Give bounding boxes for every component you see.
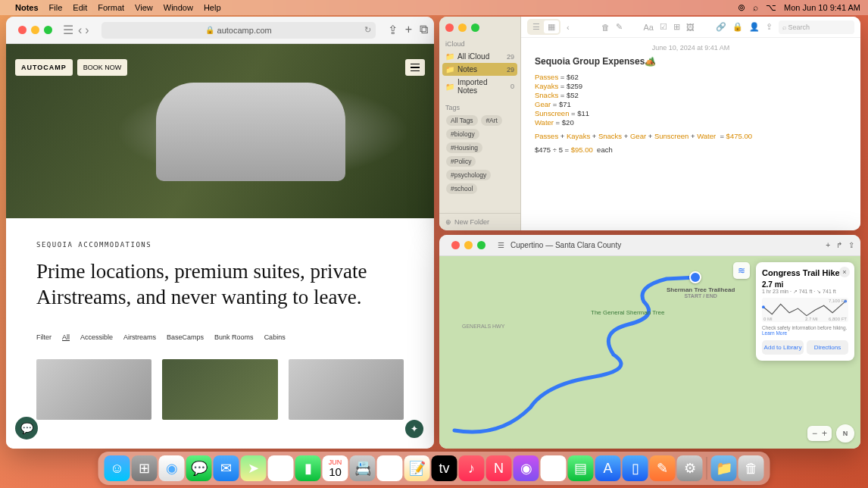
dock-keynote-icon[interactable]: ▯ (623, 455, 648, 481)
gallery-thumb[interactable] (289, 359, 404, 420)
menu-view[interactable]: View (135, 3, 153, 12)
fullscreen-button[interactable] (477, 241, 486, 249)
dock-trash-icon[interactable]: 🗑 (738, 455, 764, 481)
gallery-thumb[interactable] (162, 359, 277, 420)
dock-notes-icon[interactable]: 📝 (404, 455, 430, 481)
tag-housing[interactable]: #Housing (446, 142, 482, 153)
tag-policy[interactable]: #Policy (446, 156, 476, 167)
dock-news-icon[interactable]: N (486, 455, 512, 481)
link-icon[interactable]: 🔗 (716, 22, 726, 32)
view-toggle[interactable]: ☰ ▦ (527, 19, 560, 35)
dock-finder-icon[interactable]: ☺ (105, 455, 130, 481)
tag-all[interactable]: All Tags (446, 115, 478, 126)
tag-psychology[interactable]: #psychology (446, 170, 491, 180)
directions-button[interactable]: Directions (807, 340, 848, 355)
app-menu[interactable]: Notes (15, 3, 39, 12)
dock-pages-icon[interactable]: ✎ (650, 455, 676, 481)
dock-podcasts-icon[interactable]: ◉ (514, 455, 539, 481)
close-button[interactable] (18, 26, 27, 34)
gallery-thumb[interactable] (36, 359, 151, 420)
dock-downloads-icon[interactable]: 📁 (711, 455, 737, 481)
minimize-button[interactable] (31, 26, 39, 34)
zoom-in-button[interactable]: + (822, 428, 827, 439)
dock-contacts-icon[interactable]: 📇 (350, 455, 376, 481)
dock-freeform-icon[interactable]: ✎ (541, 455, 567, 481)
fullscreen-button[interactable] (471, 23, 479, 32)
menu-toggle-button[interactable] (405, 59, 425, 76)
dock-maps-icon[interactable]: ➤ (241, 455, 267, 481)
note-content[interactable]: June 10, 2024 at 9:41 AM Sequoia Group E… (521, 38, 860, 161)
share-icon[interactable]: ⇪ (766, 22, 773, 32)
menu-format[interactable]: Format (98, 3, 124, 12)
landmark-label[interactable]: The General Sherman Tree (591, 309, 664, 316)
minimize-button[interactable] (458, 23, 467, 32)
new-folder-button[interactable]: ⊕ New Folder (439, 213, 520, 230)
delete-icon[interactable]: 🗑 (601, 23, 610, 32)
filter-airstreams[interactable]: Airstreams (123, 333, 156, 341)
close-card-button[interactable]: × (839, 267, 850, 277)
start-pin-icon[interactable] (689, 271, 701, 283)
wifi-icon[interactable]: ⊚ (738, 2, 745, 13)
book-now-button[interactable]: BOOK NOW (77, 59, 128, 76)
dock-messages-icon[interactable]: 💬 (186, 455, 212, 481)
maps-add-icon[interactable]: + (826, 241, 830, 249)
back-button-icon[interactable]: ‹ (78, 23, 82, 37)
dock-launchpad-icon[interactable]: ⊞ (132, 455, 158, 481)
map-mode-button[interactable]: ≋ (733, 262, 750, 279)
dock-safari-icon[interactable]: ◉ (159, 455, 185, 481)
list-view-icon[interactable]: ☰ (529, 20, 544, 33)
dock-tv-icon[interactable]: tv (432, 455, 457, 481)
control-center-icon[interactable]: ⌥ (766, 2, 776, 13)
media-icon[interactable]: 🖼 (686, 23, 695, 32)
zoom-out-button[interactable]: − (812, 428, 817, 439)
compose-icon[interactable]: ✎ (616, 22, 623, 32)
new-tab-icon[interactable]: + (405, 23, 412, 37)
folder-notes[interactable]: 📁 Notes 29 (442, 63, 517, 76)
lock-icon[interactable]: 🔒 (732, 22, 743, 32)
table-icon[interactable]: ⊞ (673, 22, 680, 32)
filter-basecamps[interactable]: BaseCamps (167, 333, 204, 341)
add-to-library-button[interactable]: Add to Library (762, 340, 804, 355)
learn-more-link[interactable]: Learn More (762, 330, 787, 336)
menu-window[interactable]: Window (164, 3, 193, 12)
map-canvas[interactable]: GENERALS HWY Sherman Tree Trailhead STAR… (439, 256, 860, 449)
tag-school[interactable]: #school (446, 183, 477, 194)
menubar-datetime[interactable]: Mon Jun 10 9:41 AM (784, 3, 860, 12)
dock-calendar-icon[interactable]: JUN10 (323, 455, 348, 481)
back-icon[interactable]: ‹ (567, 23, 570, 32)
folder-all-icloud[interactable]: 📁 All iCloud 29 (439, 50, 520, 63)
checklist-icon[interactable]: ☑ (660, 22, 667, 32)
dock-reminders-icon[interactable]: ☑ (377, 455, 403, 481)
compass-button[interactable]: N (836, 424, 854, 443)
maps-location-title[interactable]: Cupertino — Santa Clara County (510, 241, 621, 249)
collaborate-icon[interactable]: 👤 (749, 22, 760, 32)
dock-music-icon[interactable]: ♪ (459, 455, 485, 481)
grid-view-icon[interactable]: ▦ (544, 20, 559, 33)
share-icon[interactable]: ⇪ (388, 23, 398, 37)
dock-numbers-icon[interactable]: ▤ (568, 455, 594, 481)
format-icon[interactable]: Aa (644, 23, 654, 32)
trailhead-label[interactable]: Sherman Tree Trailhead START / END (667, 286, 735, 299)
spotlight-icon[interactable]: ⌕ (753, 2, 758, 13)
fullscreen-button[interactable] (44, 26, 52, 34)
filter-all[interactable]: All (62, 333, 70, 341)
sidebar-toggle-icon[interactable]: ☰ (63, 23, 73, 37)
minimize-button[interactable] (464, 241, 473, 249)
chat-button[interactable]: 💬 (15, 417, 38, 440)
url-field[interactable]: 🔒 autocamp.com ↻ (101, 22, 376, 39)
tag-biology[interactable]: #biology (446, 129, 479, 139)
dock-appstore-icon[interactable]: A (595, 455, 621, 481)
menu-edit[interactable]: Edit (73, 3, 87, 12)
folder-imported[interactable]: 📁 Imported Notes 0 (439, 76, 520, 97)
close-button[interactable] (445, 23, 454, 32)
filter-accessible[interactable]: Accessible (80, 333, 113, 341)
maps-sidebar-icon[interactable]: ☰ (498, 241, 504, 249)
search-input[interactable]: ⌕ Search (779, 20, 854, 34)
close-button[interactable] (451, 241, 460, 249)
filter-bunkrooms[interactable]: Bunk Rooms (214, 333, 254, 341)
filter-cabins[interactable]: Cabins (264, 333, 286, 341)
maps-share-icon[interactable]: ⇪ (848, 241, 854, 249)
tag-art[interactable]: #Art (481, 115, 502, 126)
dock-photos-icon[interactable]: ❀ (268, 455, 294, 481)
reload-icon[interactable]: ↻ (364, 25, 371, 35)
